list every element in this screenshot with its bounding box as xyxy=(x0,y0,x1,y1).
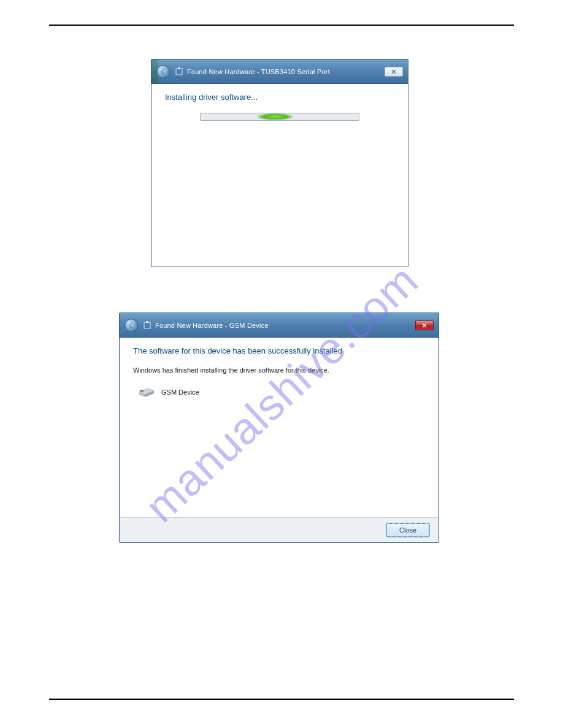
arrow-left-icon xyxy=(160,69,166,75)
header-decor xyxy=(151,59,158,84)
svg-rect-3 xyxy=(146,321,148,323)
dialog-footer: Close xyxy=(120,517,438,542)
back-button[interactable] xyxy=(156,65,170,78)
status-headline: The software for this device has been su… xyxy=(133,346,425,355)
dialog-header: Found New Hardware - GSM Device xyxy=(120,313,439,338)
svg-rect-2 xyxy=(144,322,150,328)
progress-indicator xyxy=(258,113,293,120)
device-icon xyxy=(143,321,151,330)
close-icon xyxy=(422,323,427,328)
close-button-label: Close xyxy=(399,526,416,534)
rule-bottom xyxy=(49,699,514,700)
dialog-body: The software for this device has been su… xyxy=(120,338,439,398)
device-name: GSM Device xyxy=(161,389,199,396)
close-icon xyxy=(391,69,396,74)
close-button[interactable] xyxy=(415,320,434,330)
dialog-header: Found New Hardware - TUSB3410 Serial Por… xyxy=(151,59,408,84)
device-row: GSM Device xyxy=(133,386,425,398)
svg-rect-0 xyxy=(176,69,182,75)
dialog-title: Found New Hardware - GSM Device xyxy=(155,322,269,329)
arrow-left-icon xyxy=(128,322,134,328)
back-button[interactable] xyxy=(124,319,138,332)
device-icon xyxy=(175,67,183,76)
svg-rect-7 xyxy=(140,390,144,392)
close-button[interactable] xyxy=(385,67,403,77)
dialog-installing-driver: Found New Hardware - TUSB3410 Serial Por… xyxy=(151,59,408,267)
close-action-button[interactable]: Close xyxy=(386,523,429,537)
page-container: Found New Hardware - TUSB3410 Serial Por… xyxy=(49,0,514,728)
dialog-title: Found New Hardware - TUSB3410 Serial Por… xyxy=(187,68,330,75)
svg-rect-1 xyxy=(178,67,180,69)
progress-bar xyxy=(200,113,359,121)
pci-card-icon xyxy=(138,386,155,398)
rule-top xyxy=(49,25,514,26)
status-subtext: Windows has finished installing the driv… xyxy=(133,366,425,374)
dialog-install-complete: Found New Hardware - GSM Device The soft… xyxy=(119,313,439,543)
dialog-body: Installing driver software... xyxy=(151,84,408,121)
status-headline: Installing driver software... xyxy=(165,93,394,102)
